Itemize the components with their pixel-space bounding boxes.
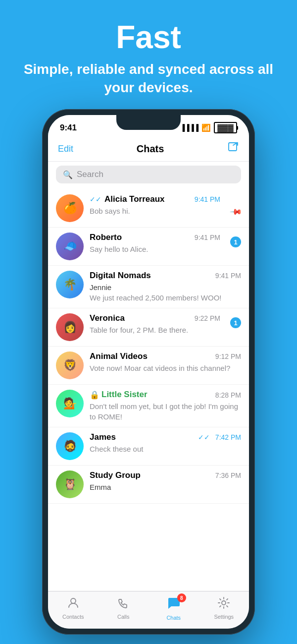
hero-title: Fast bbox=[20, 20, 277, 55]
badge-veronica: 1 bbox=[230, 317, 241, 328]
chat-preview-study: Emma bbox=[90, 482, 241, 492]
chat-name-digital: Digital Nomads bbox=[90, 271, 151, 281]
chat-item-veronica[interactable]: 👩 Veronica 9:22 PM Table for four, 2 PM.… bbox=[48, 308, 249, 347]
tab-contacts[interactable]: Contacts bbox=[48, 596, 99, 620]
chat-name-james: James bbox=[90, 432, 116, 442]
avatar-animal: 🦁 bbox=[56, 351, 84, 379]
chat-item-alicia[interactable]: 🍊 ✓✓ Alicia Torreaux 9:41 PM Bob says hi… bbox=[48, 189, 249, 228]
chat-preview-alicia: Bob says hi. bbox=[90, 206, 220, 216]
chat-preview-sister: Don't tell mom yet, but I got the job! I… bbox=[90, 401, 241, 422]
chat-time-roberto: 9:41 PM bbox=[195, 234, 220, 241]
search-icon: 🔍 bbox=[63, 170, 73, 179]
double-check-alicia: ✓✓ bbox=[90, 195, 101, 203]
chat-item-james[interactable]: 🧔 James ✓✓ 7:42 PM Check these out bbox=[48, 427, 249, 466]
badge-roberto: 1 bbox=[230, 236, 241, 247]
chats-badge: 8 bbox=[177, 593, 186, 602]
search-bar[interactable]: 🔍 Search bbox=[56, 166, 241, 183]
chat-meta-veronica: 1 bbox=[226, 313, 241, 328]
hero-subtitle: Simple, reliable and synced across all y… bbox=[20, 60, 277, 97]
chat-time-sister: 8:28 PM bbox=[215, 391, 241, 399]
svg-point-1 bbox=[71, 598, 76, 603]
sender-digital: Jennie bbox=[90, 283, 111, 292]
nav-bar: Edit Chats bbox=[48, 137, 249, 162]
chat-content-digital: Digital Nomads 9:41 PM Jennie We just re… bbox=[90, 271, 241, 303]
tab-label-chats: Chats bbox=[166, 615, 181, 621]
chat-name-animal: Animal Videos bbox=[90, 351, 148, 361]
chat-preview-animal: Vote now! Moar cat videos in this channe… bbox=[90, 363, 241, 373]
pin-icon-alicia: 📌 bbox=[229, 205, 243, 219]
chats-icon: 8 bbox=[166, 595, 181, 613]
status-icons: ▐▐▐▐ 📶 ▓▓▓ bbox=[180, 122, 237, 133]
chat-list: 🍊 ✓✓ Alicia Torreaux 9:41 PM Bob says hi… bbox=[48, 189, 249, 591]
avatar-alicia: 🍊 bbox=[56, 194, 84, 222]
nav-title: Chats bbox=[137, 143, 164, 155]
phone-screen: 9:41 ▐▐▐▐ 📶 ▓▓▓ Edit Chats bbox=[48, 115, 249, 629]
hero-section: Fast Simple, reliable and synced across … bbox=[0, 0, 297, 112]
tab-label-contacts: Contacts bbox=[62, 614, 84, 620]
chat-content-veronica: Veronica 9:22 PM Table for four, 2 PM. B… bbox=[90, 313, 220, 335]
chat-preview-roberto: Say hello to Alice. bbox=[90, 244, 220, 254]
contacts-icon bbox=[67, 596, 80, 612]
chat-time-digital: 9:41 PM bbox=[215, 272, 241, 280]
chat-content-animal: Animal Videos 9:12 PM Vote now! Moar cat… bbox=[90, 351, 241, 373]
edit-button[interactable]: Edit bbox=[58, 144, 73, 154]
chat-time-veronica: 9:22 PM bbox=[195, 314, 220, 322]
chat-content-alicia: ✓✓ Alicia Torreaux 9:41 PM Bob says hi. bbox=[90, 194, 220, 216]
chat-name-alicia: Alicia Torreaux bbox=[104, 194, 165, 204]
compose-icon[interactable] bbox=[227, 141, 239, 156]
avatar-digital: 🌴 bbox=[56, 271, 84, 298]
calls-icon bbox=[117, 596, 130, 612]
chat-time-alicia: 9:41 PM bbox=[195, 195, 220, 203]
chat-item-animal[interactable]: 🦁 Animal Videos 9:12 PM Vote now! Moar c… bbox=[48, 347, 249, 385]
avatar-study: 🦉 bbox=[56, 470, 84, 498]
chat-time-james: 7:42 PM bbox=[215, 433, 241, 441]
chat-item-study[interactable]: 🦉 Study Group 7:36 PM Emma bbox=[48, 466, 249, 504]
tab-label-settings: Settings bbox=[214, 614, 234, 620]
chat-preview-veronica: Table for four, 2 PM. Be there. bbox=[90, 325, 220, 335]
chat-item-sister[interactable]: 💁 🔒 Little Sister 8:28 PM Don't tell mom… bbox=[48, 385, 249, 427]
chat-item-roberto[interactable]: 🧢 Roberto 9:41 PM Say hello to Alice. 1 bbox=[48, 228, 249, 266]
chat-content-sister: 🔒 Little Sister 8:28 PM Don't tell mom y… bbox=[90, 390, 241, 422]
chat-name-roberto: Roberto bbox=[90, 233, 122, 242]
tab-bar: Contacts Calls 8 Chats bbox=[48, 591, 249, 629]
chat-name-sister: Little Sister bbox=[101, 390, 148, 400]
chat-content-study: Study Group 7:36 PM Emma bbox=[90, 470, 241, 492]
chat-time-study: 7:36 PM bbox=[215, 471, 241, 479]
double-check-james: ✓✓ bbox=[198, 433, 210, 441]
search-placeholder: Search bbox=[77, 170, 103, 179]
avatar-veronica: 👩 bbox=[56, 313, 84, 341]
tab-chats[interactable]: 8 Chats bbox=[148, 595, 199, 621]
chat-meta-roberto: 1 bbox=[226, 233, 241, 247]
status-time: 9:41 bbox=[60, 123, 77, 133]
chat-content-james: James ✓✓ 7:42 PM Check these out bbox=[90, 432, 241, 454]
chat-meta-alicia: 📌 bbox=[226, 194, 241, 217]
chat-preview-james: Check these out bbox=[90, 444, 241, 454]
lock-icon-sister: 🔒 bbox=[90, 390, 99, 400]
signal-icon: ▐▐▐▐ bbox=[180, 124, 198, 131]
tab-label-calls: Calls bbox=[117, 614, 129, 620]
chat-content-roberto: Roberto 9:41 PM Say hello to Alice. bbox=[90, 233, 220, 254]
chat-time-animal: 9:12 PM bbox=[215, 352, 241, 360]
avatar-sister: 💁 bbox=[56, 390, 84, 417]
chat-preview-digital: Jennie We just reached 2,500 members! WO… bbox=[90, 282, 241, 303]
notch bbox=[116, 115, 181, 130]
tab-settings[interactable]: Settings bbox=[199, 596, 249, 620]
chat-item-digital[interactable]: 🌴 Digital Nomads 9:41 PM Jennie We just … bbox=[48, 266, 249, 308]
avatar-roberto: 🧢 bbox=[56, 233, 84, 260]
chat-name-study: Study Group bbox=[90, 470, 141, 480]
status-bar: 9:41 ▐▐▐▐ 📶 ▓▓▓ bbox=[48, 115, 249, 137]
search-container: 🔍 Search bbox=[48, 162, 249, 189]
settings-icon bbox=[217, 596, 230, 612]
svg-point-2 bbox=[222, 601, 226, 605]
wifi-icon: 📶 bbox=[201, 123, 211, 132]
battery-icon: ▓▓▓ bbox=[214, 122, 237, 133]
chat-name-veronica: Veronica bbox=[90, 313, 125, 323]
avatar-james: 🧔 bbox=[56, 432, 84, 460]
phone-frame: 9:41 ▐▐▐▐ 📶 ▓▓▓ Edit Chats bbox=[42, 109, 255, 635]
tab-calls[interactable]: Calls bbox=[99, 596, 149, 620]
sender-study: Emma bbox=[90, 483, 111, 491]
